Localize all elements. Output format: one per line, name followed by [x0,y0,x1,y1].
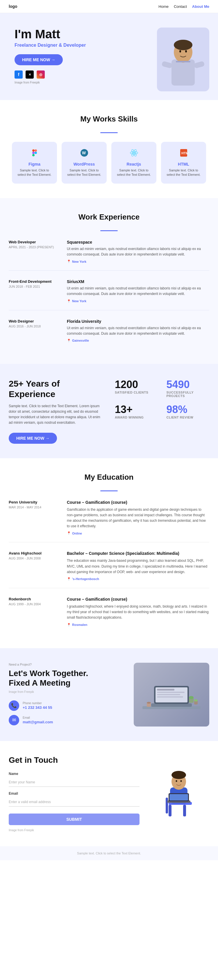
skill-figma[interactable]: Figma Sample text. Click to select the T… [12,142,57,184]
cta-laptop-image [134,663,209,727]
cta-phone-row: 📞 Phone number +1 232 343 44 55 [9,700,125,711]
svg-rect-9 [35,150,37,152]
email-input[interactable] [9,797,139,807]
twitter-x-icon[interactable]: ✕ [26,70,34,79]
cta-email-row: ✉ Email matt@gmail.com [9,715,125,725]
job-date-0: APRIL 2021 - 2023 (PRESENT) [9,245,67,249]
edu-left-1: Avans Highschool AUG 2004 - JUN 2008 [9,551,67,581]
stats-desc: Sample text. Click to select the Text El… [9,403,103,426]
stat-awards-label: AWARD WINNING [115,415,158,419]
stats-left: 25+ Years of Experience Sample text. Cli… [9,379,115,444]
stat-awards: 13+ AWARD WINNING [115,403,158,419]
work-left-0: Web Developer APRIL 2021 - 2023 (PRESENT… [9,240,67,263]
pin-icon-1: 📍 [67,299,71,303]
svg-rect-26 [157,692,184,693]
edu-desc-1: The education was mainly Java-based prog… [67,558,209,575]
svg-point-3 [180,50,181,52]
svg-point-12 [35,152,37,154]
edu-location-2: 📍 Rosmalen [67,623,209,627]
skills-section: My Works Skills Figma Sample text. Click… [0,100,218,198]
edu-location-0: 📍 Online [67,531,209,535]
stat-clients-num: 1200 [115,379,158,391]
edu-pin-2: 📍 [67,623,71,627]
nav-about[interactable]: About Me [192,4,209,9]
course-2: Course – Gamification (course) [67,597,209,601]
hero-name: I'm Matt [14,27,86,41]
submit-button[interactable]: SUBMIT [9,813,139,825]
edu-location-1: 📍 's-Hertogenbosch [67,577,209,581]
skill-html[interactable]: HTML HTML Sample text. Click to select t… [161,142,206,184]
course-0: Course – Gamification (course) [67,500,209,504]
school-1: Avans Highschool [9,551,67,555]
skill-figma-desc: Sample text. Click to select the Text El… [17,168,52,177]
skill-wp-desc: Sample text. Click to select the Text El… [67,168,101,177]
hero-subtitle: Freelance Designer & Developer [14,43,86,48]
svg-point-32 [194,699,198,702]
footer: Sample text. Click to select the Text El… [0,846,218,860]
edu-left-0: Penn University MAR 2014 - MAY 2014 [9,500,67,535]
work-location-0: 📍 New York [67,259,209,263]
job-date-2: AUG 2016 - JUN 2018 [9,325,67,328]
svg-point-34 [147,702,151,703]
svg-point-41 [172,771,186,779]
skill-figma-name: Figma [17,162,52,167]
figma-icon [17,148,52,159]
svg-rect-38 [166,797,168,813]
social-icons: f ✕ ◎ [14,70,86,79]
work-item-1: Front-End Development JUN 2018 - FEB 202… [9,279,209,310]
contact-form-area: Get in Touch Name Email SUBMIT Image fro… [9,756,139,832]
nav-contact[interactable]: Contact [174,4,187,9]
svg-text:W: W [82,151,86,155]
skill-react[interactable]: Reactjs Sample text. Click to select the… [111,142,156,184]
svg-point-2 [174,40,192,50]
svg-point-4 [185,50,187,52]
edu-item-1: Avans Highschool AUG 2004 - JUN 2008 Bac… [9,551,209,588]
svg-point-15 [133,152,135,154]
nav-home[interactable]: Home [159,4,168,9]
edu-pin-1: 📍 [67,577,71,581]
work-location-2: 📍 Gainesville [67,339,209,342]
cta-image-credit: Image from Freepik [9,690,125,694]
work-desc-0: Ut enim ad minim veniam, quis nostrud ex… [67,246,209,257]
edu-desc-2: I graduated highschool, where I enjoyed … [67,604,209,620]
hero-image-credit: Image from Freepik [14,81,86,84]
name-input[interactable] [9,778,139,787]
instagram-icon[interactable]: ◎ [37,70,45,79]
email-icon: ✉ [9,715,19,725]
contact-title: Get in Touch [9,756,139,765]
education-title: My Education [9,473,209,482]
svg-rect-37 [183,805,186,816]
hire-me-button[interactable]: HIRE ME NOW → [14,54,63,65]
stats-hire-button[interactable]: HIRE ME NOW → [9,433,57,444]
edu-item-0: Penn University MAR 2014 - MAY 2014 Cour… [9,500,209,542]
company-0: Squarespace [67,240,209,245]
svg-point-43 [181,780,182,782]
skill-wordpress[interactable]: W WordPress Sample text. Click to select… [62,142,107,184]
job-title-1: Front-End Development [9,279,67,284]
edu-left-2: Rodenborch AUG 1999 - JUN 2004 [9,597,67,627]
facebook-icon[interactable]: f [14,70,22,79]
svg-rect-46 [170,794,188,800]
work-item-2: Web Designer AUG 2016 - JUN 2018 Florida… [9,319,209,350]
skill-react-name: Reactjs [117,162,151,167]
svg-rect-27 [157,694,180,695]
stat-projects-label: SUCCESSFULLY PROJECTS [167,391,210,398]
stat-clients-label: SATISFIED CLIENTS [115,391,158,394]
stats-right: 1200 SATISFIED CLIENTS 5490 SUCCESSFULLY… [115,379,209,419]
phone-value: +1 232 343 44 55 [22,705,52,710]
edu-divider [100,490,118,491]
job-title-0: Web Developer [9,240,67,244]
edu-right-0: Course – Gamification (course) Gamificat… [67,500,209,535]
work-divider [100,230,118,231]
svg-rect-8 [32,150,35,152]
svg-rect-0 [172,59,195,86]
sitting-person-illustration [151,756,204,819]
edu-pin-0: 📍 [67,531,71,535]
course-1: Bachelor – Computer Science (Specializat… [67,551,209,556]
work-location-1: 📍 New York [67,299,209,303]
skill-wp-name: WordPress [67,162,101,167]
skill-react-desc: Sample text. Click to select the Text El… [117,168,151,177]
edu-date-2: AUG 1999 - JUN 2004 [9,602,67,606]
svg-point-30 [189,696,194,699]
nav-logo: logo [9,4,18,9]
